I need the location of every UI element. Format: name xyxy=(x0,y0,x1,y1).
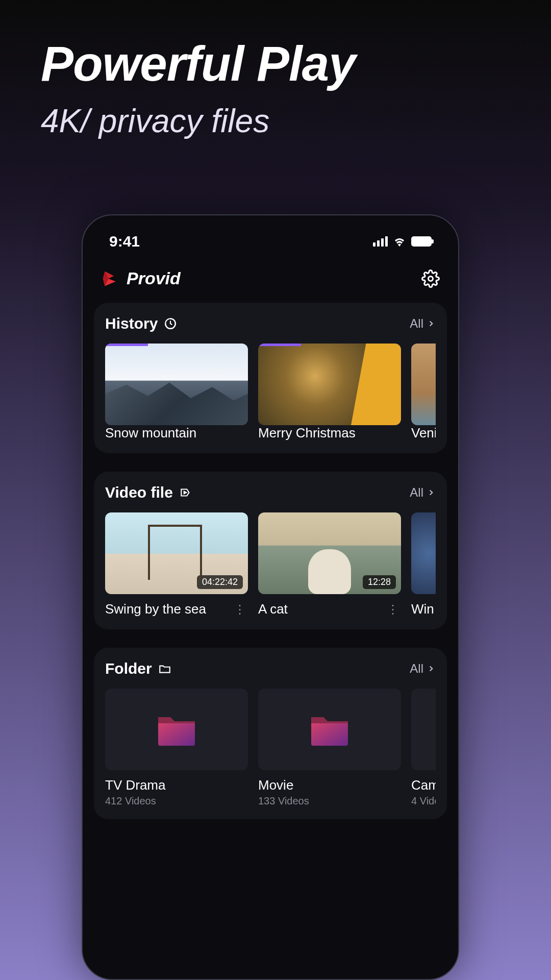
promo-title: Powerful Play xyxy=(0,0,551,92)
promo-subtitle: 4K/ privacy files xyxy=(0,92,551,140)
folder-title: Folder xyxy=(105,660,171,677)
history-item[interactable]: 04:28 Merry Christmas xyxy=(258,344,401,441)
folder-name: Cam xyxy=(411,777,436,793)
video-item[interactable]: 04:22:42 Swing by the sea ⋮ xyxy=(105,512,248,617)
phone-frame: 9:41 Provid History All xyxy=(82,214,459,980)
video-file-card: Video file All 04:22:42 Swing by the sea… xyxy=(94,472,447,629)
video-title: Swing by the sea xyxy=(105,601,206,617)
folder-count: 4 Vide xyxy=(411,795,436,807)
video-thumbnail xyxy=(411,344,436,425)
wifi-icon xyxy=(393,236,406,247)
battery-icon xyxy=(411,236,432,247)
folder-all-link[interactable]: All xyxy=(410,662,436,676)
history-title: History xyxy=(105,315,177,332)
folder-thumbnail xyxy=(258,689,401,770)
cellular-icon xyxy=(373,236,388,247)
folder-count: 412 Videos xyxy=(105,795,248,807)
folder-thumbnail xyxy=(411,689,436,770)
video-title: Veni xyxy=(411,425,436,441)
folder-name: TV Drama xyxy=(105,777,248,793)
folder-card: Folder All TV Drama 412 Videos Movie xyxy=(94,648,447,819)
status-bar: 9:41 xyxy=(94,228,447,260)
video-item[interactable]: Win xyxy=(411,512,436,617)
video-item[interactable]: 12:28 A cat ⋮ xyxy=(258,512,401,617)
folder-item[interactable]: TV Drama 412 Videos xyxy=(105,689,248,807)
chevron-right-icon xyxy=(427,319,436,328)
video-thumbnail: 12:28 xyxy=(258,512,401,594)
video-duration: 12:28 xyxy=(363,575,396,589)
more-menu-icon[interactable]: ⋮ xyxy=(385,602,401,617)
folder-icon xyxy=(158,662,171,675)
settings-icon[interactable] xyxy=(421,270,440,288)
video-title: Merry Christmas xyxy=(258,425,401,441)
play-tag-icon xyxy=(179,486,192,499)
app-name: Provid xyxy=(127,268,181,288)
video-thumbnail xyxy=(411,512,436,594)
history-all-link[interactable]: All xyxy=(410,316,436,331)
app-logo-icon xyxy=(101,270,119,288)
video-duration: 04:22:42 xyxy=(197,575,243,589)
more-menu-icon[interactable]: ⋮ xyxy=(232,602,248,617)
video-title: A cat xyxy=(258,601,288,617)
folder-graphic-icon xyxy=(156,713,197,746)
history-item[interactable]: Veni xyxy=(411,344,436,441)
chevron-right-icon xyxy=(427,488,436,497)
video-title: Snow mountain xyxy=(105,425,248,441)
app-header: Provid xyxy=(94,260,447,303)
video-all-link[interactable]: All xyxy=(410,485,436,500)
history-item[interactable]: 02:28 Snow mountain xyxy=(105,344,248,441)
folder-graphic-icon xyxy=(309,713,350,746)
folder-name: Movie xyxy=(258,777,401,793)
video-file-title: Video file xyxy=(105,484,192,501)
status-icons xyxy=(373,236,432,247)
video-duration: 02:28 xyxy=(210,406,243,420)
chevron-right-icon xyxy=(427,664,436,673)
history-card: History All 02:28 Snow mountain 04:28 Me… xyxy=(94,303,447,453)
status-time: 9:41 xyxy=(109,233,140,250)
svg-point-0 xyxy=(429,276,433,281)
folder-thumbnail xyxy=(105,689,248,770)
video-thumbnail: 02:28 xyxy=(105,344,248,425)
folder-item[interactable]: Movie 133 Videos xyxy=(258,689,401,807)
video-thumbnail: 04:22:42 xyxy=(105,512,248,594)
video-duration: 04:28 xyxy=(363,406,396,420)
video-thumbnail: 04:28 xyxy=(258,344,401,425)
folder-count: 133 Videos xyxy=(258,795,401,807)
folder-item[interactable]: Cam 4 Vide xyxy=(411,689,436,807)
video-title: Win xyxy=(411,601,434,617)
history-icon xyxy=(164,317,177,330)
